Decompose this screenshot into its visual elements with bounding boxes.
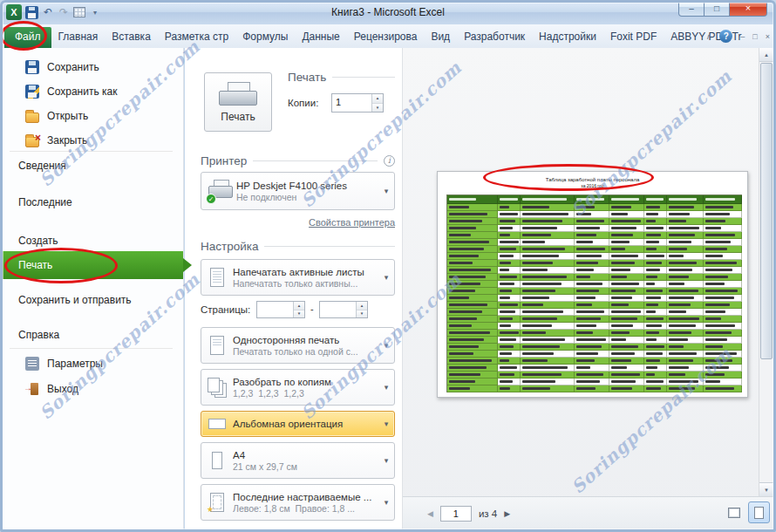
table-cell [521, 316, 575, 323]
sidebar-item-recent[interactable]: Последние [3, 192, 183, 213]
tab-insert[interactable]: Вставка [105, 27, 158, 48]
previous-page-button[interactable]: ◀ [427, 509, 433, 518]
sidebar-item-save-send[interactable]: Сохранить и отправить [3, 290, 183, 310]
one-sided-select[interactable]: Односторонняя печатьПечатать только на о… [201, 327, 395, 364]
preview-scrollbar[interactable]: ▲ ▼ [759, 48, 773, 496]
table-cell [704, 218, 742, 225]
sidebar-item-print[interactable]: Печать [3, 251, 183, 279]
maximize-button[interactable]: □ [704, 0, 730, 17]
page-total-label: из 4 [479, 508, 497, 519]
table-cell [644, 372, 667, 379]
cell-text-bar [646, 304, 658, 306]
cell-text-bar [500, 317, 513, 320]
paper-size-select[interactable]: A421 см x 29,7 см▾ [201, 442, 395, 479]
sidebar-item-close[interactable]: Закрыть [3, 130, 183, 151]
minimize-button[interactable]: – [678, 0, 705, 17]
table-cell [575, 232, 609, 239]
table-cell [575, 260, 609, 267]
table-cell [609, 239, 644, 246]
table-cell [609, 385, 644, 392]
table-cell [704, 274, 742, 281]
cell-text-bar [669, 248, 687, 250]
table-cell [609, 351, 644, 358]
table-row [447, 195, 742, 204]
close-button[interactable]: × [729, 0, 767, 17]
copies-spinner[interactable]: 1 ▲ ▼ [331, 93, 384, 113]
spin-down-icon[interactable]: ▼ [294, 310, 304, 318]
cell-text-bar [646, 255, 664, 257]
doc-close-icon[interactable]: × [766, 32, 770, 41]
table-cell [498, 232, 521, 239]
doc-minimize-icon[interactable]: – [740, 32, 745, 41]
cell-text-bar [522, 255, 559, 257]
cell-text-bar [576, 352, 598, 355]
tab-review[interactable]: Рецензирова [347, 27, 425, 48]
spin-up-icon[interactable]: ▲ [294, 302, 304, 310]
table-cell [498, 295, 521, 302]
print-button[interactable]: Печать [204, 72, 272, 132]
table-cell [521, 274, 575, 281]
tab-developer[interactable]: Разработчик [457, 27, 532, 48]
cell-text-bar [611, 304, 629, 306]
print-preview-panel: Таблица заработной платы персонала за 20… [402, 48, 773, 529]
cell-text-bar [500, 234, 510, 236]
cell-text-bar [449, 213, 487, 215]
doc-restore-icon[interactable]: □ [752, 32, 757, 41]
scroll-thumb[interactable] [760, 63, 773, 359]
table-cell [521, 365, 575, 372]
spin-up-icon[interactable]: ▲ [372, 94, 383, 104]
collate-select[interactable]: Разобрать по копиям1,2,3 1,2,3 1,2,3▾ [201, 369, 395, 406]
printer-properties-link[interactable]: Свойства принтера [201, 217, 395, 228]
tab-view[interactable]: Вид [424, 27, 457, 48]
sidebar-item-save-as[interactable]: Сохранить как [3, 81, 183, 102]
pages-from-spinner[interactable]: ▲ ▼ [256, 301, 305, 318]
sidebar-item-info[interactable]: Сведения [3, 155, 183, 176]
sidebar-item-save[interactable]: Сохранить [3, 57, 183, 78]
zoom-to-page-button[interactable] [748, 501, 770, 523]
scroll-down-icon[interactable]: ▼ [759, 482, 773, 496]
tab-add-ins[interactable]: Надстройки [532, 27, 603, 48]
table-cell [521, 218, 575, 225]
printer-select[interactable]: ✓ HP Deskjet F4100 series Не подключен ▾ [201, 172, 395, 210]
sidebar-item-options[interactable]: Параметры [3, 353, 183, 374]
scroll-up-icon[interactable]: ▲ [759, 48, 773, 62]
cell-text-bar [705, 345, 723, 348]
tab-page-layout[interactable]: Разметка стр [158, 27, 235, 48]
tab-formulas[interactable]: Формулы [235, 27, 295, 48]
sidebar-item-exit[interactable]: Выход [3, 379, 183, 399]
sidebar-item-new[interactable]: Создать [3, 230, 183, 251]
cell-text-bar [611, 206, 631, 208]
cell-text-bar [669, 331, 691, 334]
orientation-select[interactable]: Альбомная ориентация▾ [201, 411, 395, 437]
table-cell [447, 323, 498, 330]
sidebar-item-open[interactable]: Открыть [3, 106, 183, 126]
sidebar-item-help[interactable]: Справка [3, 324, 183, 345]
cell-text-bar [705, 359, 732, 362]
table-cell [609, 372, 644, 379]
show-margins-button[interactable] [723, 501, 745, 523]
tab-foxit-pdf[interactable]: Foxit PDF [603, 27, 664, 48]
spin-down-icon[interactable]: ▼ [357, 310, 367, 318]
table-row [447, 232, 742, 239]
table-cell [447, 288, 498, 295]
help-icon[interactable]: ? [719, 30, 732, 43]
spin-up-icon[interactable]: ▲ [357, 302, 367, 310]
tab-home[interactable]: Главная [51, 27, 106, 48]
cell-text-bar [669, 283, 684, 285]
pages-to-spinner[interactable]: ▲ ▼ [319, 301, 368, 318]
print-what-select[interactable]: Напечатать активные листыНапечатать толь… [201, 259, 395, 296]
spin-down-icon[interactable]: ▼ [372, 104, 383, 113]
cell-text-bar [500, 324, 511, 327]
next-page-button[interactable]: ▶ [504, 509, 510, 518]
cell-text-bar [669, 255, 684, 257]
collapse-ribbon-icon[interactable]: ∧ [706, 32, 712, 41]
cell-text-bar [500, 310, 515, 313]
margins-select[interactable]: ★Последние настраиваемые ...Левое: 1,8 с… [201, 484, 395, 521]
options-icon [25, 357, 39, 371]
tab-data[interactable]: Данные [295, 27, 346, 48]
tab-file[interactable]: Файл [4, 27, 51, 48]
table-cell [447, 204, 498, 211]
info-icon[interactable]: i [384, 155, 395, 167]
page-number-input[interactable]: 1 [440, 506, 472, 522]
cell-text-bar [669, 387, 695, 390]
